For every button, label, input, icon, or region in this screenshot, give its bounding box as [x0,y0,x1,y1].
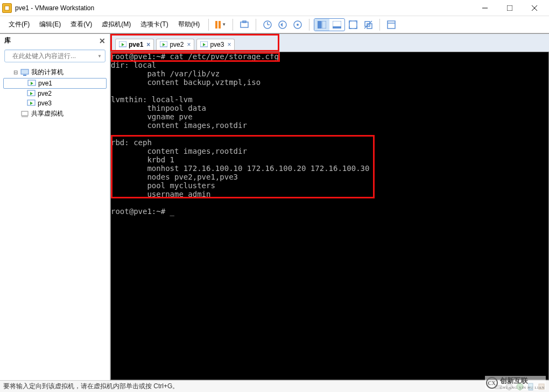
minimize-button[interactable] [473,0,497,16]
computer-icon [20,69,29,76]
svg-marker-30 [30,92,33,95]
tree-root-my-computer[interactable]: ⊟ 我的计算机 [0,67,110,78]
library-header: 库 ✕ [0,34,110,47]
tab-close-icon[interactable]: × [227,41,231,48]
svg-point-12 [297,24,299,26]
tab-pve1[interactable]: pve1 × [115,39,154,50]
tab-pve2[interactable]: pve2 × [156,39,194,50]
window-title: pve1 - VMware Workstation [15,4,94,12]
menu-view[interactable]: 查看(V) [66,18,96,31]
svg-rect-13 [318,21,321,28]
tree-node-pve1[interactable]: pve1 [3,78,107,89]
fullscreen-icon[interactable] [346,18,360,32]
svg-rect-14 [322,21,326,28]
svg-rect-17 [349,21,357,28]
tab-pve3[interactable]: pve3 × [196,39,235,50]
status-text: 要将输入定向到该虚拟机，请在虚拟机内部单击或按 Ctrl+G。 [3,382,179,391]
tree-root-label: 我的计算机 [31,68,64,77]
menu-edit[interactable]: 编辑(E) [35,18,65,31]
chevron-down-icon: ▼ [222,22,226,27]
vm-console[interactable]: root@pve1:~# cat /etc/pve/storage.cfg di… [110,52,549,380]
vm-icon [160,41,167,48]
svg-rect-16 [333,26,341,28]
snapshot-icon[interactable] [261,18,274,32]
watermark-logo: CX [486,377,498,389]
tab-label: pve2 [170,41,184,48]
watermark-brand-en: CHUANG XIN HU LIAN [500,386,545,390]
menu-help[interactable]: 帮助(H) [174,18,205,31]
library-title: 库 [4,36,11,45]
screenshot-icon[interactable] [237,18,251,32]
tab-close-icon[interactable]: × [187,41,191,48]
vm-icon [27,80,36,87]
tree-shared-vms[interactable]: 共享虚拟机 [0,108,110,119]
vm-icon [119,41,126,48]
view-toggle[interactable] [314,18,345,31]
revert-snapshot-icon[interactable] [276,18,290,32]
tree-node-label: pve3 [38,99,52,107]
tree-node-label: pve2 [38,90,52,97]
main-area: pve1 × pve2 × pve3 × root@pve1:~# cat /e… [110,34,549,380]
pause-button[interactable]: ▼ [213,21,228,28]
svg-rect-2 [507,5,512,11]
single-view-icon[interactable] [329,19,344,31]
tree-node-pve2[interactable]: pve2 [0,89,110,98]
tab-close-icon[interactable]: × [146,41,150,48]
app-icon [2,3,12,13]
manage-snapshot-icon[interactable] [291,18,305,32]
statusbar: 要将输入定向到该虚拟机，请在虚拟机内部单击或按 Ctrl+G。 [0,380,549,392]
svg-rect-33 [22,111,28,116]
tree-node-pve3[interactable]: pve3 [0,98,110,108]
vm-icon [200,41,208,48]
library-tree: ⊟ 我的计算机 pve1 pve2 pve3 共享虚拟机 [0,65,110,122]
twisty-expanded-icon: ⊟ [13,69,18,75]
terminal-line: root@pve1:~# cat /etc/pve/storage.cfg [111,52,548,61]
menubar: 文件(F) 编辑(E) 查看(V) 虚拟机(M) 选项卡(T) 帮助(H) ▼ [0,16,549,33]
watermark-brand-cn: 创新互联 [500,376,545,386]
shared-icon [20,110,29,118]
svg-marker-36 [122,43,124,46]
terminal-output: dir: local path /var/lib/vz content back… [111,61,548,216]
library-icon[interactable] [384,18,398,32]
vm-tabs: pve1 × pve2 × pve3 × [110,34,279,52]
menu-file[interactable]: 文件(F) [4,18,34,31]
search-field[interactable] [11,52,94,60]
sidebar: 库 ✕ ▼ ⊟ 我的计算机 pve1 pve2 [0,34,110,380]
chevron-down-icon[interactable]: ▼ [97,54,102,59]
split-view-icon[interactable] [314,19,329,31]
library-close-icon[interactable]: ✕ [99,37,105,45]
menu-vm[interactable]: 虚拟机(M) [97,18,135,31]
watermark: CX 创新互联 CHUANG XIN HU LIAN [485,376,546,390]
tab-label: pve1 [129,41,143,48]
vm-icon [27,99,36,107]
unity-icon[interactable] [361,18,375,32]
menu-tabs[interactable]: 选项卡(T) [136,18,172,31]
search-input[interactable]: ▼ [4,49,105,62]
vm-icon [27,90,36,97]
svg-rect-21 [388,21,395,28]
svg-marker-32 [30,102,33,105]
close-button[interactable] [522,0,547,16]
svg-line-20 [364,21,372,28]
svg-marker-28 [31,82,33,85]
svg-marker-38 [163,43,165,46]
maximize-button[interactable] [497,0,522,16]
tab-label: pve3 [210,41,224,48]
svg-rect-26 [23,75,26,76]
tree-node-label: pve1 [38,80,52,87]
svg-rect-0 [5,6,9,10]
tree-shared-label: 共享虚拟机 [31,109,64,118]
svg-marker-40 [203,43,206,46]
svg-rect-25 [21,69,29,74]
titlebar: pve1 - VMware Workstation [0,0,549,16]
